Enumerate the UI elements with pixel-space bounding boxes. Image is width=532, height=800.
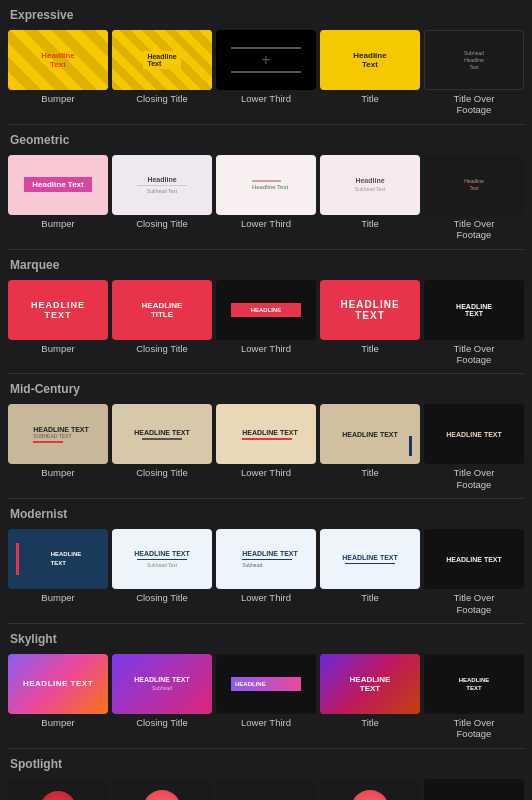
section-title-geometric: Geometric <box>8 133 524 147</box>
skylight-bumper-label: Bumper <box>41 717 74 728</box>
modernist-titleover-label: Title OverFootage <box>454 592 495 615</box>
marquee-lower-label: Lower Third <box>241 343 291 354</box>
marquee-row: HEADLINETEXT Bumper HEADLINETITLE Closin… <box>8 280 524 366</box>
geometric-closing[interactable]: Headline Subhead Text Closing Title <box>112 155 212 241</box>
marquee-lower[interactable]: HEADLINE Lower Third <box>216 280 316 366</box>
expressive-closing[interactable]: HeadlineText Closing Title <box>112 30 212 116</box>
modernist-bumper-label: Bumper <box>41 592 74 603</box>
skylight-titleover-label: Title OverFootage <box>454 717 495 740</box>
expressive-bumper-label: Bumper <box>41 93 74 104</box>
modernist-lower-label: Lower Third <box>241 592 291 603</box>
spotlight-title[interactable]: HeadlineText Title <box>320 779 420 800</box>
midcentury-closing-label: Closing Title <box>136 467 188 478</box>
expressive-titleover[interactable]: SubheadHeadlineText Title OverFootage <box>424 30 524 116</box>
skylight-title-label: Title <box>361 717 379 728</box>
skylight-title[interactable]: HEADLINETEXT Title <box>320 654 420 740</box>
section-title-expressive: Expressive <box>8 8 524 22</box>
midcentury-title-label: Title <box>361 467 379 478</box>
section-title-modernist: Modernist <box>8 507 524 521</box>
modernist-closing[interactable]: HEADLINE TEXT Subhead Text Closing Title <box>112 529 212 615</box>
geometric-closing-label: Closing Title <box>136 218 188 229</box>
modernist-lower[interactable]: HEADLINE TEXT Subhead Lower Third <box>216 529 316 615</box>
skylight-row: HEADLINE TEXT Bumper HEADLINE TEXT Subhe… <box>8 654 524 740</box>
midcentury-closing[interactable]: HEADLINE TEXT Closing Title <box>112 404 212 490</box>
section-midcentury: Mid-Century HEADLINE TEXT SUBHEAD TEXT B… <box>0 374 532 498</box>
midcentury-title[interactable]: HEADLINE TEXT Title <box>320 404 420 490</box>
marquee-title[interactable]: HEADLINETEXT Title <box>320 280 420 366</box>
section-title-skylight: Skylight <box>8 632 524 646</box>
midcentury-lower-label: Lower Third <box>241 467 291 478</box>
section-skylight: Skylight HEADLINE TEXT Bumper HEADLINE T… <box>0 624 532 748</box>
skylight-bumper[interactable]: HEADLINE TEXT Bumper <box>8 654 108 740</box>
geometric-bumper-label: Bumper <box>41 218 74 229</box>
modernist-bumper[interactable]: HEADLINETEXT Bumper <box>8 529 108 615</box>
expressive-lower[interactable]: + Lower Third <box>216 30 316 116</box>
geometric-bumper[interactable]: Headline Text Bumper <box>8 155 108 241</box>
marquee-bumper-label: Bumper <box>41 343 74 354</box>
expressive-closing-label: Closing Title <box>136 93 188 104</box>
marquee-bumper[interactable]: HEADLINETEXT Bumper <box>8 280 108 366</box>
geometric-titleover-label: Title OverFootage <box>454 218 495 241</box>
expressive-titleover-label: Title OverFootage <box>454 93 495 116</box>
spotlight-titleover[interactable]: HeadlineText Title OverFootage <box>424 779 524 800</box>
spotlight-row: HEADLINETEXT Bumper HeadlineText Closing… <box>8 779 524 800</box>
midcentury-bumper[interactable]: HEADLINE TEXT SUBHEAD TEXT Bumper <box>8 404 108 490</box>
midcentury-row: HEADLINE TEXT SUBHEAD TEXT Bumper HEADLI… <box>8 404 524 490</box>
skylight-titleover[interactable]: HEADLINETEXT Title OverFootage <box>424 654 524 740</box>
midcentury-titleover-label: Title OverFootage <box>454 467 495 490</box>
skylight-lower-label: Lower Third <box>241 717 291 728</box>
section-spotlight: Spotlight HEADLINETEXT Bumper HeadlineTe… <box>0 749 532 800</box>
spotlight-lower[interactable]: Headline Text Lower Third <box>216 779 316 800</box>
section-title-marquee: Marquee <box>8 258 524 272</box>
modernist-closing-label: Closing Title <box>136 592 188 603</box>
geometric-title-label: Title <box>361 218 379 229</box>
skylight-closing[interactable]: HEADLINE TEXT Subhead Closing Title <box>112 654 212 740</box>
skylight-lower[interactable]: HEADLINE Lower Third <box>216 654 316 740</box>
geometric-lower-label: Lower Third <box>241 218 291 229</box>
modernist-titleover[interactable]: HEADLINE TEXT Title OverFootage <box>424 529 524 615</box>
spotlight-closing[interactable]: HeadlineText Closing Title <box>112 779 212 800</box>
marquee-closing[interactable]: HEADLINETITLE Closing Title <box>112 280 212 366</box>
geometric-row: Headline Text Bumper Headline Subhead Te… <box>8 155 524 241</box>
skylight-closing-label: Closing Title <box>136 717 188 728</box>
section-marquee: Marquee HEADLINETEXT Bumper HEADLINETITL… <box>0 250 532 374</box>
marquee-titleover[interactable]: HEADLINETEXT Title OverFootage <box>424 280 524 366</box>
expressive-title-label: Title <box>361 93 379 104</box>
midcentury-bumper-label: Bumper <box>41 467 74 478</box>
marquee-title-label: Title <box>361 343 379 354</box>
expressive-bumper[interactable]: HeadlineText Bumper <box>8 30 108 116</box>
expressive-title[interactable]: HeadlineText Title <box>320 30 420 116</box>
modernist-title-label: Title <box>361 592 379 603</box>
geometric-titleover[interactable]: HeadlineText Title OverFootage <box>424 155 524 241</box>
section-title-spotlight: Spotlight <box>8 757 524 771</box>
section-expressive: Expressive HeadlineText Bumper HeadlineT… <box>0 0 532 124</box>
marquee-closing-label: Closing Title <box>136 343 188 354</box>
modernist-row: HEADLINETEXT Bumper HEADLINE TEXT Subhea… <box>8 529 524 615</box>
section-geometric: Geometric Headline Text Bumper Headline … <box>0 125 532 249</box>
geometric-lower[interactable]: Headline Text Lower Third <box>216 155 316 241</box>
expressive-row: HeadlineText Bumper HeadlineText Closing… <box>8 30 524 116</box>
modernist-title[interactable]: HEADLINE TEXT Title <box>320 529 420 615</box>
marquee-titleover-label: Title OverFootage <box>454 343 495 366</box>
section-modernist: Modernist HEADLINETEXT Bumper HEADLINE T… <box>0 499 532 623</box>
geometric-title[interactable]: Headline Subhead Text Title <box>320 155 420 241</box>
section-title-midcentury: Mid-Century <box>8 382 524 396</box>
spotlight-bumper[interactable]: HEADLINETEXT Bumper <box>8 779 108 800</box>
expressive-lower-label: Lower Third <box>241 93 291 104</box>
midcentury-titleover[interactable]: HEADLINE TEXT Title OverFootage <box>424 404 524 490</box>
midcentury-lower[interactable]: HEADLINE TEXT Lower Third <box>216 404 316 490</box>
